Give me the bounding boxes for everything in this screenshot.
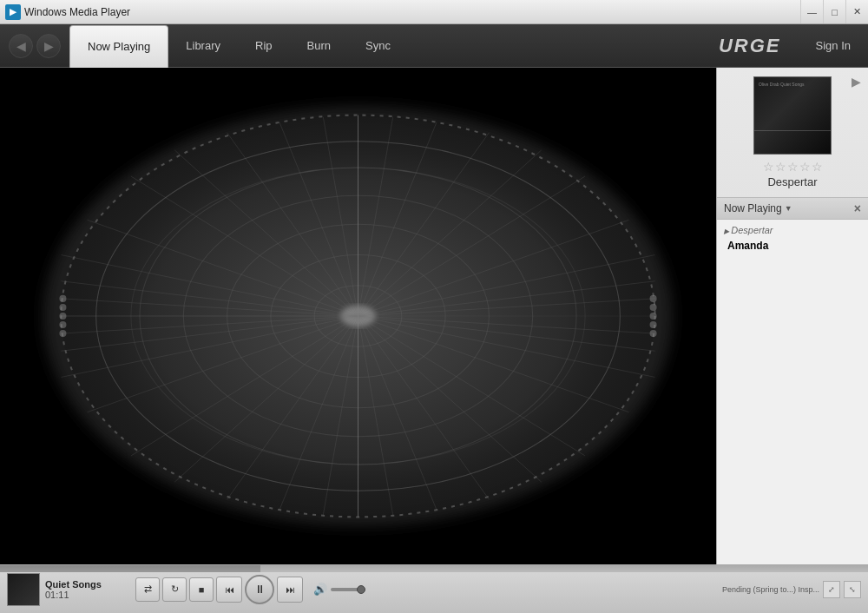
track-info: Quiet Songs 01:11 bbox=[45, 579, 123, 600]
visualizer-svg bbox=[0, 68, 716, 564]
album-art-text: Olive Drab Quiet Songs bbox=[759, 82, 805, 88]
tab-sync[interactable]: Sync bbox=[348, 24, 408, 67]
svg-point-55 bbox=[59, 304, 66, 311]
close-playlist-button[interactable]: × bbox=[854, 201, 861, 215]
star-3[interactable]: ☆ bbox=[787, 160, 799, 174]
main-window: ◀ ▶ Now Playing Library Rip Burn Sync UR… bbox=[0, 24, 868, 613]
right-controls: Pending (Spring to...) Insp... ⤢ ⤡ bbox=[722, 581, 861, 598]
volume-slider[interactable] bbox=[331, 588, 383, 591]
window-controls: — □ ✕ bbox=[800, 0, 868, 23]
svg-point-56 bbox=[59, 313, 66, 320]
navigation-bar: ◀ ▶ Now Playing Library Rip Burn Sync UR… bbox=[0, 24, 868, 68]
controls-bar: Quiet Songs 01:11 ⇄ ↻ ■ ⏮ ⏸ ⏭ 🔊 Pending … bbox=[0, 564, 868, 613]
svg-point-59 bbox=[650, 295, 657, 302]
sign-in-button[interactable]: Sign In bbox=[799, 39, 868, 52]
volume-icon[interactable]: 🔊 bbox=[313, 583, 327, 596]
star-rating[interactable]: ☆ ☆ ☆ ☆ ☆ bbox=[763, 160, 823, 174]
right-panel: ▶ Olive Drab Quiet Songs ☆ ☆ ☆ ☆ ☆ bbox=[716, 68, 868, 564]
tab-burn[interactable]: Burn bbox=[290, 24, 348, 67]
playlist-group: Despertar bbox=[717, 223, 868, 237]
transport-controls: ⇄ ↻ ■ ⏮ ⏸ ⏭ bbox=[135, 575, 303, 604]
resize-button[interactable]: ⤡ bbox=[844, 581, 861, 598]
nav-arrows: ◀ ▶ bbox=[0, 34, 69, 58]
star-2[interactable]: ☆ bbox=[775, 160, 786, 174]
app-icon: ▶ bbox=[5, 4, 21, 20]
list-item[interactable]: Amanda bbox=[717, 237, 868, 254]
track-name: Quiet Songs bbox=[45, 579, 123, 590]
title-bar: ▶ Windows Media Player — □ ✕ bbox=[0, 0, 868, 24]
tab-library[interactable]: Library bbox=[168, 24, 238, 67]
nav-tabs: Now Playing Library Rip Burn Sync bbox=[69, 24, 701, 67]
play-pause-button[interactable]: ⏸ bbox=[245, 575, 274, 604]
album-title: Despertar bbox=[767, 175, 817, 188]
svg-point-60 bbox=[650, 304, 657, 311]
app-icon-symbol: ▶ bbox=[10, 7, 16, 16]
svg-point-58 bbox=[59, 330, 66, 337]
maximize-button[interactable]: □ bbox=[823, 0, 845, 23]
album-art-image: Olive Drab Quiet Songs bbox=[754, 77, 831, 154]
seek-bar[interactable] bbox=[0, 565, 868, 572]
close-button[interactable]: ✕ bbox=[845, 0, 868, 23]
visualizer bbox=[0, 68, 716, 564]
next-button[interactable]: ⏭ bbox=[277, 577, 303, 603]
playlist: Despertar Amanda bbox=[717, 220, 868, 564]
svg-point-62 bbox=[650, 321, 657, 328]
minimize-button[interactable]: — bbox=[800, 0, 823, 23]
progress-text: Pending (Spring to...) Insp... bbox=[722, 585, 819, 594]
art-horizon-line bbox=[754, 130, 831, 131]
track-time: 01:11 bbox=[45, 590, 123, 600]
tab-now-playing[interactable]: Now Playing bbox=[69, 25, 168, 68]
album-art-section: ▶ Olive Drab Quiet Songs ☆ ☆ ☆ ☆ ☆ bbox=[717, 68, 868, 198]
shuffle-button[interactable]: ⇄ bbox=[135, 577, 160, 602]
stop-button[interactable]: ■ bbox=[189, 577, 214, 602]
seek-progress bbox=[0, 565, 260, 572]
star-4[interactable]: ☆ bbox=[799, 160, 811, 174]
album-art: Olive Drab Quiet Songs bbox=[753, 76, 832, 155]
svg-point-61 bbox=[650, 313, 657, 320]
previous-button[interactable]: ⏮ bbox=[216, 577, 242, 603]
svg-point-63 bbox=[650, 330, 657, 337]
star-5[interactable]: ☆ bbox=[812, 160, 823, 174]
expand-button[interactable]: ▶ bbox=[852, 75, 861, 89]
repeat-button[interactable]: ↻ bbox=[162, 577, 187, 602]
volume-control: 🔊 bbox=[313, 583, 383, 596]
now-playing-label: Now Playing ▼ bbox=[724, 202, 854, 214]
urge-logo[interactable]: URGE bbox=[701, 35, 799, 57]
forward-button[interactable]: ▶ bbox=[36, 34, 61, 58]
playlist-dropdown-arrow[interactable]: ▼ bbox=[785, 204, 792, 213]
content-area: ▶ Olive Drab Quiet Songs ☆ ☆ ☆ ☆ ☆ bbox=[0, 68, 868, 564]
window-title: Windows Media Player bbox=[24, 6, 800, 18]
back-button[interactable]: ◀ bbox=[9, 34, 33, 58]
album-thumbnail bbox=[7, 573, 40, 606]
svg-point-57 bbox=[59, 321, 66, 328]
mini-mode-button[interactable]: ⤢ bbox=[823, 581, 840, 598]
svg-point-54 bbox=[59, 295, 66, 302]
tab-rip[interactable]: Rip bbox=[238, 24, 290, 67]
now-playing-header: Now Playing ▼ × bbox=[717, 198, 868, 220]
volume-knob[interactable] bbox=[357, 585, 365, 594]
star-1[interactable]: ☆ bbox=[763, 160, 774, 174]
